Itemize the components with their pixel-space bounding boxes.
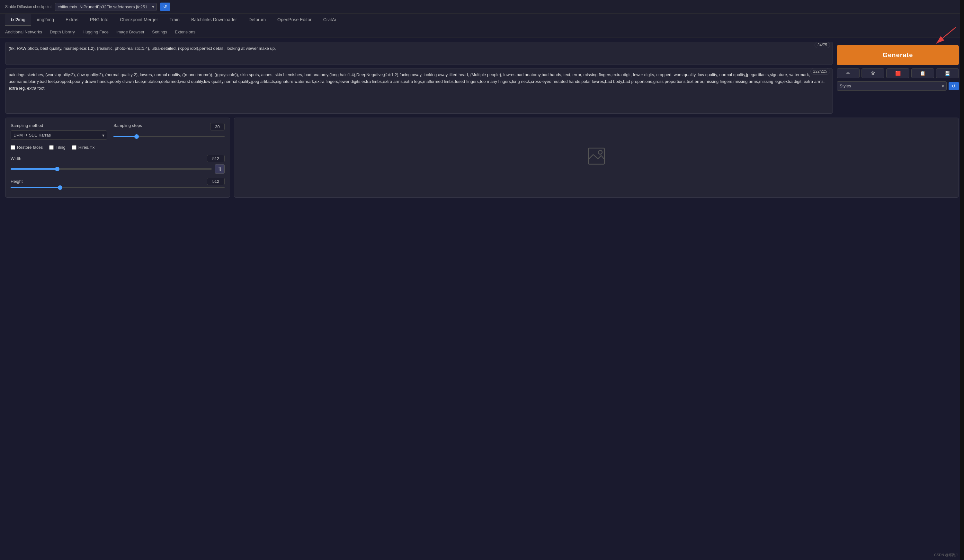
restore-faces-input[interactable] bbox=[11, 145, 15, 150]
sampling-method-col: Sampling method DPM++ SDE Karras Euler a… bbox=[11, 123, 107, 140]
tab-civitai[interactable]: CivitAi bbox=[318, 14, 342, 26]
height-label: Height bbox=[11, 179, 204, 184]
checkboxes-row: Restore faces Tiling Hires. fix bbox=[11, 145, 225, 150]
scrollbar[interactable] bbox=[960, 0, 964, 560]
negative-prompt-text[interactable]: paintings,sketches, (worst quality:2), (… bbox=[9, 72, 829, 110]
main-tabs: txt2img img2img Extras PNG Info Checkpoi… bbox=[0, 14, 964, 26]
subtab-additional-networks[interactable]: Additional Networks bbox=[5, 28, 42, 36]
styles-select-wrapper[interactable]: Styles bbox=[837, 81, 947, 91]
width-slider-row: ⇅ bbox=[11, 164, 225, 174]
checkpoint-label: Stable Diffusion checkpoint bbox=[5, 5, 52, 9]
tab-checkpoint-merger[interactable]: Checkpoint Merger bbox=[114, 14, 164, 26]
save-button[interactable]: 💾 bbox=[936, 68, 959, 78]
tab-img2img[interactable]: img2img bbox=[31, 14, 60, 26]
footer: CSDN @乐跑J bbox=[934, 553, 957, 557]
right-panel: Generate ✏ 🗑 🟥 📋 💾 Styles ↺ bbox=[837, 42, 959, 114]
styles-refresh-button[interactable]: ↺ bbox=[949, 82, 959, 90]
checkpoint-select[interactable]: chilloutmix_NiPrunedFp32Fix.safetensors … bbox=[55, 3, 157, 11]
preview-placeholder-icon bbox=[587, 147, 606, 169]
positive-prompt-box[interactable]: 34/75 (8k, RAW photo, best quality, mast… bbox=[5, 42, 833, 65]
tab-train[interactable]: Train bbox=[164, 14, 186, 26]
height-slider-row bbox=[11, 187, 225, 188]
footer-text: CSDN @乐跑J bbox=[934, 553, 957, 557]
svg-line-6 bbox=[601, 156, 604, 160]
restore-faces-checkbox[interactable]: Restore faces bbox=[11, 145, 43, 150]
prompt-counter: 34/75 bbox=[814, 42, 830, 48]
checkpoint-select-wrapper[interactable]: chilloutmix_NiPrunedFp32Fix.safetensors … bbox=[55, 3, 157, 11]
sampling-method-label: Sampling method bbox=[11, 123, 107, 128]
edit-button[interactable]: ✏ bbox=[837, 68, 860, 78]
tiling-label: Tiling bbox=[55, 145, 65, 150]
trash-button[interactable]: 🗑 bbox=[861, 68, 884, 78]
negative-prompt-counter: 222/225 bbox=[810, 68, 830, 75]
subtab-settings[interactable]: Settings bbox=[152, 28, 167, 36]
swap-dimensions-button[interactable]: ⇅ bbox=[215, 164, 225, 174]
subtab-hugging-face[interactable]: Hugging Face bbox=[83, 28, 109, 36]
svg-line-5 bbox=[598, 156, 601, 159]
checkpoint-refresh-button[interactable]: ↺ bbox=[160, 3, 170, 11]
restore-faces-label: Restore faces bbox=[17, 145, 43, 150]
styles-row: Styles ↺ bbox=[837, 81, 959, 91]
tab-txt2img[interactable]: txt2img bbox=[5, 14, 31, 26]
svg-point-7 bbox=[598, 150, 602, 154]
sampling-steps-label: Sampling steps bbox=[114, 123, 142, 128]
hires-fix-label: Hires. fix bbox=[78, 145, 95, 150]
styles-select[interactable]: Styles bbox=[837, 81, 947, 91]
hires-fix-checkbox[interactable]: Hires. fix bbox=[72, 145, 95, 150]
method-select-wrapper[interactable]: DPM++ SDE Karras Euler a Euler LMS Heun bbox=[11, 130, 107, 140]
content-area: 34/75 (8k, RAW photo, best quality, mast… bbox=[0, 38, 964, 117]
width-label: Width bbox=[11, 156, 204, 161]
sampling-method-select[interactable]: DPM++ SDE Karras Euler a Euler LMS Heun bbox=[11, 130, 107, 140]
tab-extras[interactable]: Extras bbox=[60, 14, 84, 26]
tab-png-info[interactable]: PNG Info bbox=[84, 14, 114, 26]
height-header: Height 512 bbox=[11, 177, 225, 185]
height-slider[interactable] bbox=[11, 187, 225, 188]
sub-tabs: Additional Networks Depth Library Huggin… bbox=[0, 26, 964, 38]
width-header: Width 512 bbox=[11, 155, 225, 162]
width-value[interactable]: 512 bbox=[207, 155, 225, 162]
sampling-steps-value[interactable]: 30 bbox=[210, 123, 225, 130]
bottom-section: Sampling method DPM++ SDE Karras Euler a… bbox=[0, 117, 964, 203]
positive-prompt-text[interactable]: (8k, RAW photo, best quality, masterpiec… bbox=[9, 45, 829, 61]
width-slider[interactable] bbox=[11, 168, 212, 169]
tab-deforum[interactable]: Deforum bbox=[243, 14, 272, 26]
hires-fix-input[interactable] bbox=[72, 145, 77, 150]
sampling-steps-col: Sampling steps 30 bbox=[114, 123, 225, 138]
height-row: Height 512 bbox=[11, 177, 225, 188]
generate-button[interactable]: Generate bbox=[837, 45, 959, 65]
svg-line-4 bbox=[593, 155, 598, 159]
sampling-row: Sampling method DPM++ SDE Karras Euler a… bbox=[11, 123, 225, 140]
subtab-depth-library[interactable]: Depth Library bbox=[50, 28, 75, 36]
sampling-steps-slider[interactable] bbox=[114, 136, 225, 137]
settings-panel: Sampling method DPM++ SDE Karras Euler a… bbox=[5, 117, 230, 198]
subtab-image-browser[interactable]: Image Browser bbox=[116, 28, 144, 36]
top-bar: Stable Diffusion checkpoint chilloutmix_… bbox=[0, 0, 964, 14]
height-value[interactable]: 512 bbox=[207, 177, 225, 185]
tiling-checkbox[interactable]: Tiling bbox=[49, 145, 65, 150]
subtab-extensions[interactable]: Extensions bbox=[175, 28, 195, 36]
width-row: Width 512 ⇅ bbox=[11, 155, 225, 174]
tiling-input[interactable] bbox=[49, 145, 54, 150]
preview-panel bbox=[234, 117, 959, 198]
svg-line-3 bbox=[588, 155, 593, 160]
clipboard-button[interactable]: 📋 bbox=[911, 68, 934, 78]
tab-openpose[interactable]: OpenPose Editor bbox=[272, 14, 318, 26]
left-panel: 34/75 (8k, RAW photo, best quality, mast… bbox=[5, 42, 833, 114]
tab-batchlinks[interactable]: Batchlinks Downloader bbox=[186, 14, 243, 26]
action-buttons-row: ✏ 🗑 🟥 📋 💾 bbox=[837, 68, 959, 78]
negative-prompt-box[interactable]: 222/225 paintings,sketches, (worst quali… bbox=[5, 68, 833, 114]
red-square-button[interactable]: 🟥 bbox=[886, 68, 909, 78]
